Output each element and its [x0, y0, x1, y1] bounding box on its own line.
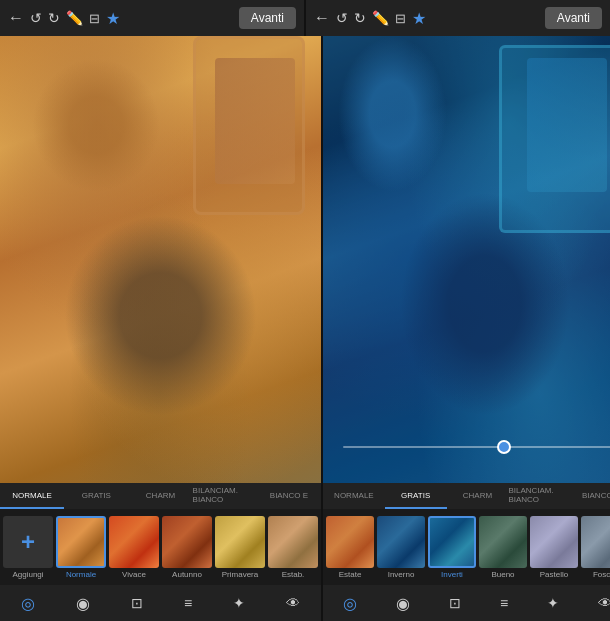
- slider-track[interactable]: [343, 446, 610, 448]
- filter-bueno-label: Bueno: [491, 570, 514, 579]
- tab-bilanciam-left[interactable]: BILANCIAM. BIANCO: [193, 483, 257, 509]
- left-toolbar: ← ↺ ↻ ✏️ ⊟ ★ Avanti: [0, 0, 306, 36]
- right-panel: NORMALE GRATIS CHARM BILANCIAM. BIANCO B…: [323, 36, 610, 621]
- right-image-area: [323, 36, 610, 483]
- tab-gratis-right[interactable]: GRATIS: [385, 483, 447, 509]
- filter-autunno-thumb[interactable]: [162, 516, 212, 568]
- left-bt-icon6[interactable]: 👁: [286, 595, 300, 611]
- left-bt-icon4[interactable]: ≡: [184, 595, 192, 611]
- filter-pastello-label: Pastello: [540, 570, 568, 579]
- left-bt-icon2[interactable]: ◉: [76, 594, 90, 613]
- filter-bueno-right[interactable]: Bueno: [479, 516, 527, 579]
- main-content: NORMALE GRATIS CHARM BILANCIAM. BIANCO B…: [0, 36, 610, 621]
- tab-normale-left[interactable]: NORMALE: [0, 483, 64, 509]
- right-bt-icon3[interactable]: ⊡: [449, 595, 461, 611]
- filter-vivace-thumb[interactable]: [109, 516, 159, 568]
- tab-bianco-left[interactable]: BIANCO E: [257, 483, 321, 509]
- filter-primavera-left[interactable]: Primavera: [215, 516, 265, 579]
- slider-container[interactable]: [323, 446, 610, 448]
- left-bt-icon5[interactable]: ✦: [233, 595, 245, 611]
- tab-bianco-right[interactable]: BIANCO E: [570, 483, 610, 509]
- left-filter-tabs: NORMALE GRATIS CHARM BILANCIAM. BIANCO B…: [0, 483, 321, 509]
- filter-fosch-right[interactable]: Fosch.: [581, 516, 610, 579]
- filter-pastello-right[interactable]: Pastello: [530, 516, 578, 579]
- undo-icon[interactable]: ↺: [30, 10, 42, 26]
- back-icon[interactable]: ←: [8, 9, 24, 27]
- filter-estab-left[interactable]: Estab.: [268, 516, 318, 579]
- compare-icon[interactable]: ⊟: [89, 11, 100, 26]
- right-bt-icon2[interactable]: ◉: [396, 594, 410, 613]
- filter-bueno-thumb[interactable]: [479, 516, 527, 568]
- filter-fosch-label: Fosch.: [593, 570, 610, 579]
- filter-estate-thumb[interactable]: [326, 516, 374, 568]
- edit-icon[interactable]: ✏️: [66, 10, 83, 26]
- filter-pastello-thumb[interactable]: [530, 516, 578, 568]
- edit-icon-right[interactable]: ✏️: [372, 10, 389, 26]
- filter-inverno-thumb[interactable]: [377, 516, 425, 568]
- star-icon-left[interactable]: ★: [106, 9, 120, 28]
- add-filter-item[interactable]: + Aggiungi: [3, 516, 53, 579]
- back-icon-right[interactable]: ←: [314, 9, 330, 27]
- left-bt-icon3[interactable]: ⊡: [131, 595, 143, 611]
- redo-icon-right[interactable]: ↻: [354, 10, 366, 26]
- filter-estate-label: Estate: [339, 570, 362, 579]
- filter-autunno-left[interactable]: Autunno: [162, 516, 212, 579]
- filter-estab-thumb[interactable]: [268, 516, 318, 568]
- star-icon-right[interactable]: ★: [412, 9, 426, 28]
- filter-fosch-thumb[interactable]: [581, 516, 610, 568]
- slider-thumb[interactable]: [497, 440, 511, 454]
- right-toolbar-left: ← ↺ ↻ ✏️ ⊟ ★: [314, 9, 426, 28]
- filter-inverno-label: Inverno: [388, 570, 415, 579]
- right-filter-strip: Estate Inverno Inverti Bueno Pastello: [323, 509, 610, 585]
- add-plus-icon: +: [21, 530, 35, 554]
- right-bt-icon5[interactable]: ✦: [547, 595, 559, 611]
- filter-estate-right[interactable]: Estate: [326, 516, 374, 579]
- tab-charm-left[interactable]: CHARM: [128, 483, 192, 509]
- left-toolbar-left: ← ↺ ↻ ✏️ ⊟ ★: [8, 9, 120, 28]
- avanti-button-right[interactable]: Avanti: [545, 7, 602, 29]
- left-bottom-toolbar: ◎ ◉ ⊡ ≡ ✦ 👁: [0, 585, 321, 621]
- compare-icon-right[interactable]: ⊟: [395, 11, 406, 26]
- filter-autunno-label: Autunno: [172, 570, 202, 579]
- right-bottom-toolbar: ◎ ◉ ⊡ ≡ ✦ 👁: [323, 585, 610, 621]
- add-label: Aggiungi: [12, 570, 43, 579]
- filter-vivace-left[interactable]: Vivace: [109, 516, 159, 579]
- filter-vivace-label: Vivace: [122, 570, 146, 579]
- right-toolbar: ← ↺ ↻ ✏️ ⊟ ★ Avanti: [306, 0, 610, 36]
- filter-inverti-label: Inverti: [441, 570, 463, 579]
- tab-bilanciam-right[interactable]: BILANCIAM. BIANCO: [508, 483, 570, 509]
- undo-icon-right[interactable]: ↺: [336, 10, 348, 26]
- filter-inverti-right[interactable]: Inverti: [428, 516, 476, 579]
- right-bt-icon6[interactable]: 👁: [598, 595, 610, 611]
- filter-inverno-right[interactable]: Inverno: [377, 516, 425, 579]
- filter-normale-left[interactable]: Normale: [56, 516, 106, 579]
- right-bt-icon1[interactable]: ◎: [343, 594, 357, 613]
- left-filter-strip: + Aggiungi Normale Vivace Autunno: [0, 509, 321, 585]
- left-bt-icon1[interactable]: ◎: [21, 594, 35, 613]
- right-image: [323, 36, 610, 483]
- filter-primavera-label: Primavera: [222, 570, 258, 579]
- right-bt-icon4[interactable]: ≡: [500, 595, 508, 611]
- left-image: [0, 36, 321, 483]
- left-image-area: [0, 36, 321, 483]
- left-panel: NORMALE GRATIS CHARM BILANCIAM. BIANCO B…: [0, 36, 323, 621]
- avanti-button-left[interactable]: Avanti: [239, 7, 296, 29]
- tab-gratis-left[interactable]: GRATIS: [64, 483, 128, 509]
- filter-inverti-thumb[interactable]: [428, 516, 476, 568]
- add-filter-thumb[interactable]: +: [3, 516, 53, 568]
- filter-estab-label: Estab.: [282, 570, 305, 579]
- filter-primavera-thumb[interactable]: [215, 516, 265, 568]
- tab-normale-right[interactable]: NORMALE: [323, 483, 385, 509]
- redo-icon[interactable]: ↻: [48, 10, 60, 26]
- tab-charm-right[interactable]: CHARM: [447, 483, 509, 509]
- filter-normale-label: Normale: [66, 570, 96, 579]
- right-filter-tabs: NORMALE GRATIS CHARM BILANCIAM. BIANCO B…: [323, 483, 610, 509]
- filter-normale-thumb[interactable]: [56, 516, 106, 568]
